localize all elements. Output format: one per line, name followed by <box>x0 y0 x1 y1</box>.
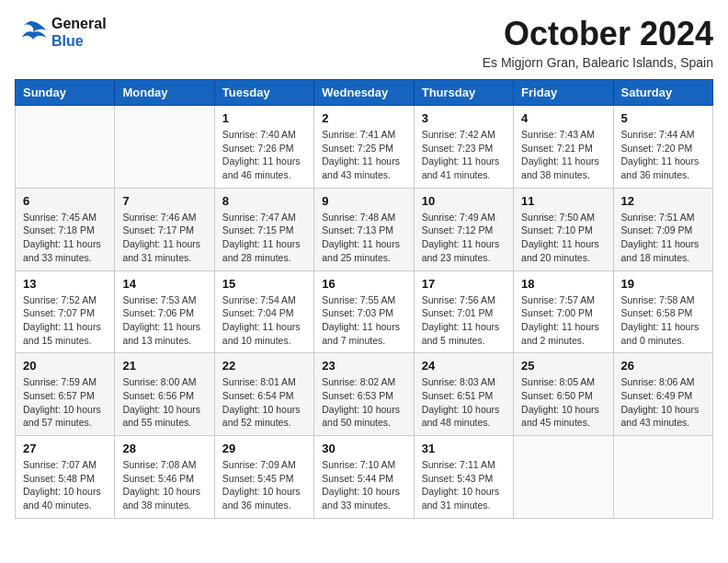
calendar-cell <box>514 436 613 519</box>
calendar-cell: 1Sunrise: 7:40 AM Sunset: 7:26 PM Daylig… <box>214 106 313 189</box>
calendar-cell: 19Sunrise: 7:58 AM Sunset: 6:58 PM Dayli… <box>613 270 712 353</box>
day-number: 18 <box>521 277 605 291</box>
day-info: Sunrise: 8:03 AM Sunset: 6:51 PM Dayligh… <box>422 375 506 430</box>
col-header-sunday: Sunday <box>16 80 115 106</box>
calendar-cell <box>115 106 214 189</box>
col-header-tuesday: Tuesday <box>214 80 313 106</box>
day-info: Sunrise: 7:56 AM Sunset: 7:01 PM Dayligh… <box>422 293 506 348</box>
day-number: 28 <box>122 442 206 455</box>
day-info: Sunrise: 7:42 AM Sunset: 7:23 PM Dayligh… <box>422 128 506 182</box>
calendar-cell: 7Sunrise: 7:46 AM Sunset: 7:17 PM Daylig… <box>115 188 214 270</box>
day-number: 8 <box>222 194 306 208</box>
calendar-cell: 18Sunrise: 7:57 AM Sunset: 7:00 PM Dayli… <box>514 270 613 353</box>
day-info: Sunrise: 7:40 AM Sunset: 7:26 PM Dayligh… <box>222 128 306 182</box>
day-info: Sunrise: 7:48 AM Sunset: 7:13 PM Dayligh… <box>322 211 405 265</box>
day-info: Sunrise: 7:44 AM Sunset: 7:20 PM Dayligh… <box>621 128 705 182</box>
calendar-cell: 9Sunrise: 7:48 AM Sunset: 7:13 PM Daylig… <box>314 188 414 270</box>
logo-bird-icon <box>15 17 48 47</box>
day-number: 2 <box>322 111 405 125</box>
day-info: Sunrise: 7:58 AM Sunset: 6:58 PM Dayligh… <box>621 293 705 348</box>
day-number: 1 <box>222 111 306 125</box>
calendar-cell: 8Sunrise: 7:47 AM Sunset: 7:15 PM Daylig… <box>214 188 313 270</box>
day-number: 20 <box>23 359 107 373</box>
day-info: Sunrise: 7:53 AM Sunset: 7:06 PM Dayligh… <box>122 293 206 348</box>
calendar-cell: 15Sunrise: 7:54 AM Sunset: 7:04 PM Dayli… <box>214 270 313 353</box>
calendar-cell: 30Sunrise: 7:10 AM Sunset: 5:44 PM Dayli… <box>314 436 414 519</box>
calendar-cell: 21Sunrise: 8:00 AM Sunset: 6:56 PM Dayli… <box>115 353 214 436</box>
day-number: 12 <box>621 194 705 208</box>
day-number: 6 <box>23 194 107 208</box>
calendar-cell: 10Sunrise: 7:49 AM Sunset: 7:12 PM Dayli… <box>414 188 513 270</box>
title-block: October 2024 Es Migjorn Gran, Balearic I… <box>483 15 713 70</box>
day-info: Sunrise: 7:59 AM Sunset: 6:57 PM Dayligh… <box>23 375 107 430</box>
week-row-4: 20Sunrise: 7:59 AM Sunset: 6:57 PM Dayli… <box>16 353 713 436</box>
calendar-cell: 24Sunrise: 8:03 AM Sunset: 6:51 PM Dayli… <box>414 353 513 436</box>
calendar-cell: 16Sunrise: 7:55 AM Sunset: 7:03 PM Dayli… <box>314 270 414 353</box>
calendar-cell <box>613 436 712 519</box>
calendar-cell: 2Sunrise: 7:41 AM Sunset: 7:25 PM Daylig… <box>314 106 414 189</box>
calendar-cell: 5Sunrise: 7:44 AM Sunset: 7:20 PM Daylig… <box>613 106 712 189</box>
calendar-cell: 4Sunrise: 7:43 AM Sunset: 7:21 PM Daylig… <box>514 106 613 189</box>
day-info: Sunrise: 7:54 AM Sunset: 7:04 PM Dayligh… <box>222 293 306 348</box>
calendar-cell: 27Sunrise: 7:07 AM Sunset: 5:48 PM Dayli… <box>16 436 115 519</box>
day-info: Sunrise: 7:52 AM Sunset: 7:07 PM Dayligh… <box>23 293 107 348</box>
calendar-cell: 3Sunrise: 7:42 AM Sunset: 7:23 PM Daylig… <box>414 106 513 189</box>
col-header-thursday: Thursday <box>414 80 513 106</box>
calendar-cell: 11Sunrise: 7:50 AM Sunset: 7:10 PM Dayli… <box>514 188 613 270</box>
week-row-2: 6Sunrise: 7:45 AM Sunset: 7:18 PM Daylig… <box>16 188 713 270</box>
calendar-cell <box>16 106 115 189</box>
day-number: 10 <box>422 194 506 208</box>
week-row-1: 1Sunrise: 7:40 AM Sunset: 7:26 PM Daylig… <box>16 106 713 189</box>
calendar-header-row: SundayMondayTuesdayWednesdayThursdayFrid… <box>16 80 713 106</box>
calendar-table: SundayMondayTuesdayWednesdayThursdayFrid… <box>15 79 713 519</box>
day-info: Sunrise: 7:57 AM Sunset: 7:00 PM Dayligh… <box>521 293 605 348</box>
day-number: 9 <box>322 194 405 208</box>
day-number: 26 <box>621 359 705 373</box>
day-number: 3 <box>422 111 506 125</box>
col-header-wednesday: Wednesday <box>314 80 414 106</box>
day-number: 31 <box>422 442 506 455</box>
day-info: Sunrise: 7:50 AM Sunset: 7:10 PM Dayligh… <box>521 211 605 265</box>
day-info: Sunrise: 7:45 AM Sunset: 7:18 PM Dayligh… <box>23 211 107 265</box>
day-info: Sunrise: 7:47 AM Sunset: 7:15 PM Dayligh… <box>222 211 306 265</box>
month-title: October 2024 <box>483 15 713 53</box>
day-info: Sunrise: 7:51 AM Sunset: 7:09 PM Dayligh… <box>621 211 705 265</box>
col-header-friday: Friday <box>514 80 613 106</box>
day-number: 29 <box>222 442 306 455</box>
calendar-cell: 29Sunrise: 7:09 AM Sunset: 5:45 PM Dayli… <box>214 436 313 519</box>
day-info: Sunrise: 7:55 AM Sunset: 7:03 PM Dayligh… <box>322 293 405 348</box>
day-number: 14 <box>122 277 206 291</box>
day-number: 30 <box>322 442 405 455</box>
day-number: 4 <box>521 111 605 125</box>
calendar-cell: 6Sunrise: 7:45 AM Sunset: 7:18 PM Daylig… <box>16 188 115 270</box>
col-header-saturday: Saturday <box>613 80 712 106</box>
day-info: Sunrise: 8:01 AM Sunset: 6:54 PM Dayligh… <box>222 375 306 430</box>
day-info: Sunrise: 7:49 AM Sunset: 7:12 PM Dayligh… <box>422 211 506 265</box>
day-info: Sunrise: 7:10 AM Sunset: 5:44 PM Dayligh… <box>322 458 405 512</box>
day-number: 5 <box>621 111 705 125</box>
calendar-cell: 31Sunrise: 7:11 AM Sunset: 5:43 PM Dayli… <box>414 436 513 519</box>
day-info: Sunrise: 8:06 AM Sunset: 6:49 PM Dayligh… <box>621 375 705 430</box>
logo: General Blue <box>15 15 107 50</box>
day-number: 17 <box>422 277 506 291</box>
day-info: Sunrise: 8:02 AM Sunset: 6:53 PM Dayligh… <box>322 375 405 430</box>
day-info: Sunrise: 7:11 AM Sunset: 5:43 PM Dayligh… <box>422 458 506 512</box>
day-number: 15 <box>222 277 306 291</box>
logo-text: General Blue <box>51 15 107 50</box>
calendar-cell: 26Sunrise: 8:06 AM Sunset: 6:49 PM Dayli… <box>613 353 712 436</box>
week-row-3: 13Sunrise: 7:52 AM Sunset: 7:07 PM Dayli… <box>16 270 713 353</box>
day-number: 24 <box>422 359 506 373</box>
day-number: 7 <box>122 194 206 208</box>
location: Es Migjorn Gran, Balearic Islands, Spain <box>483 55 713 70</box>
day-info: Sunrise: 7:07 AM Sunset: 5:48 PM Dayligh… <box>23 458 107 512</box>
calendar-cell: 12Sunrise: 7:51 AM Sunset: 7:09 PM Dayli… <box>613 188 712 270</box>
calendar-cell: 14Sunrise: 7:53 AM Sunset: 7:06 PM Dayli… <box>115 270 214 353</box>
day-info: Sunrise: 7:43 AM Sunset: 7:21 PM Dayligh… <box>521 128 605 182</box>
day-info: Sunrise: 7:09 AM Sunset: 5:45 PM Dayligh… <box>222 458 306 512</box>
day-number: 11 <box>521 194 605 208</box>
day-info: Sunrise: 8:05 AM Sunset: 6:50 PM Dayligh… <box>521 375 605 430</box>
day-number: 22 <box>222 359 306 373</box>
day-number: 25 <box>521 359 605 373</box>
day-number: 19 <box>621 277 705 291</box>
calendar-cell: 23Sunrise: 8:02 AM Sunset: 6:53 PM Dayli… <box>314 353 414 436</box>
